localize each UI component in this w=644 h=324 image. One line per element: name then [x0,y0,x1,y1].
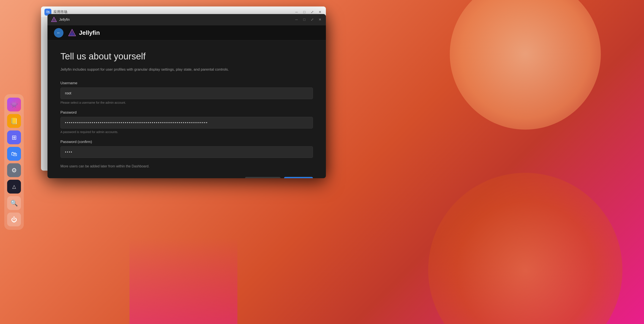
jellyfin-window-title: Jellyfin [59,18,70,22]
password-form-group: Password A password is required for admi… [60,110,313,134]
password-hint: A password is required for admin account… [60,130,313,134]
appstore-fullscreen-button[interactable]: ⤢ [310,10,315,15]
bg-decoration-3 [130,238,238,324]
avatar-icon: 👾 [10,101,18,108]
sidebar-item-jellyfin[interactable]: △ [7,180,21,194]
sidebar-dock: 👾 📒 ⊞ 🛍 ⚙ △ 🔍 ⏻ [4,94,24,230]
store-icon: 🛍 [11,150,17,157]
form-buttons: ← Previous Next → [60,177,313,178]
appstore-minimize-button[interactable]: ─ [294,10,299,15]
jellyfin-window-controls: ─ □ ⤢ ✕ [294,17,322,22]
power-icon: ⏻ [11,216,17,223]
search-icon: 🔍 [10,200,18,207]
sidebar-item-store[interactable]: 🛍 [7,147,21,161]
next-button[interactable]: Next → [284,177,313,178]
password-input[interactable] [60,117,313,129]
appstore-window-title: 应用市场 [54,10,67,14]
page-description: Jellyfin includes support for user profi… [60,67,313,72]
jellyfin-app-header: ← Jellyfin [48,25,326,40]
sidebar-item-power[interactable]: ⏻ [7,213,21,226]
username-label: Username [60,81,313,85]
sidebar-item-avatar[interactable]: 👾 [7,98,21,111]
jellyfin-close-button[interactable]: ✕ [317,17,322,22]
jellyfin-window-icon [51,17,57,23]
appstore-close-button[interactable]: ✕ [317,10,322,15]
jellyfin-main-content: Tell us about yourself Jellyfin includes… [48,40,326,178]
back-arrow-icon: ← [56,30,61,35]
password-confirm-form-group: Password (confirm) [60,140,313,158]
jellyfin-minimize-button[interactable]: ─ [294,17,299,22]
jellyfin-fullscreen-button[interactable]: ⤢ [310,17,315,22]
jellyfin-logo-area: Jellyfin [68,29,100,37]
jellyfin-header-logo [68,29,76,37]
jellyfin-window: Jellyfin ─ □ ⤢ ✕ ← Jellyfin [48,14,326,178]
sidebar-item-notes[interactable]: 📒 [7,114,21,128]
jellyfin-dock-icon: △ [12,184,16,189]
password-confirm-input[interactable] [60,146,313,158]
previous-button[interactable]: ← Previous [245,177,280,178]
jellyfin-title-logo [51,16,57,24]
password-confirm-label: Password (confirm) [60,140,313,144]
appstore-window-controls: ─ □ ⤢ ✕ [294,10,322,15]
password-label: Password [60,110,313,115]
page-title: Tell us about yourself [60,51,313,62]
jellyfin-logo-text: Jellyfin [79,29,100,36]
jellyfin-titlebar: Jellyfin ─ □ ⤢ ✕ [48,14,326,25]
jellyfin-maximize-button[interactable]: □ [302,17,307,22]
back-button[interactable]: ← [54,28,64,38]
bg-decoration-2 [428,173,622,324]
bg-decoration-1 [450,0,601,130]
sidebar-item-settings[interactable]: ⚙ [7,163,21,177]
username-hint: Please select a username for the admin a… [60,101,313,104]
settings-icon: ⚙ [12,167,17,174]
sidebar-item-search[interactable]: 🔍 [7,196,21,210]
sidebar-item-grid[interactable]: ⊞ [7,130,21,144]
footer-text: More users can be added later from withi… [60,164,313,168]
notes-icon: 📒 [10,118,18,125]
username-input[interactable] [60,88,313,99]
username-form-group: Username Please select a username for th… [60,81,313,104]
appstore-maximize-button[interactable]: □ [302,10,307,15]
grid-icon: ⊞ [12,134,16,141]
